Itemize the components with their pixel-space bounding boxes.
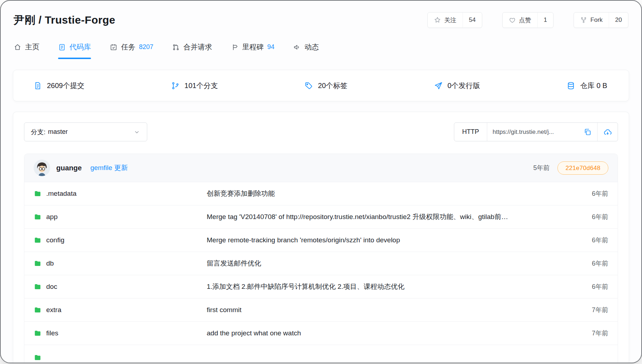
file-row[interactable]: config Merge remote-tracking branch 'rem… [24,228,618,252]
protocol-selector[interactable]: HTTP [454,123,487,141]
folder-icon [34,354,42,361]
tab-home[interactable]: 主页 [14,42,39,59]
commits-icon [33,81,42,90]
file-name-cell[interactable]: doc [34,283,207,291]
commit-message-link[interactable]: gemfile 更新 [90,163,128,173]
fork-button[interactable]: Fork 20 [574,12,628,28]
file-commit-message[interactable]: first commit [207,306,581,314]
stat-branches[interactable]: 101个分支 [171,81,218,91]
watch-count[interactable]: 54 [463,13,482,28]
file-commit-message[interactable]: Merge remote-tracking branch 'remotes/or… [207,236,581,244]
stat-branches-label: 101个分支 [185,81,218,91]
folder-icon [34,283,42,291]
download-button[interactable] [598,123,618,141]
clone-url-input[interactable] [487,123,578,141]
folder-icon [34,329,42,337]
milestone-icon [231,43,239,51]
branch-value: master [48,128,68,136]
file-row[interactable]: db 留言发送邮件优化 6年前 [24,252,618,275]
activity-icon [293,43,301,51]
fork-icon [580,16,587,24]
tag-icon [304,81,313,90]
file-row[interactable]: extra first commit 7年前 [24,298,618,321]
file-name-cell[interactable]: .metadata [34,190,207,198]
file-commit-time: 7年前 [581,306,608,314]
file-commit-time: 6年前 [581,236,608,244]
file-row[interactable]: .metadata 创新竞赛添加删除功能 6年前 [24,182,618,205]
watch-label-wrap: 关注 [428,13,463,28]
praise-count[interactable]: 1 [537,13,553,28]
repo-header: 尹刚 / Trustie-Forge 关注 54 点赞 1 Fork [1,1,641,28]
release-icon [434,81,443,90]
file-commit-time: 6年前 [581,282,608,291]
copy-url-button[interactable] [578,123,598,141]
file-row-partial[interactable] [24,345,618,363]
file-row[interactable]: files add the project what one watch 7年前 [24,321,618,345]
tab-issues[interactable]: 任务 8207 [110,42,153,59]
repo-stats-bar: 2609个提交 101个分支 20个标签 0个发行版 仓库 0 B [13,70,629,101]
fork-label: Fork [590,16,603,24]
file-row[interactable]: doc 1.添加文档 2.邮件中缺陷序号计算机制优化 2.项目、课程动态优化 6… [24,275,618,298]
task-icon [110,43,118,51]
file-name[interactable]: config [46,236,64,244]
file-commit-time: 7年前 [581,329,608,338]
branch-icon [171,81,180,90]
file-name[interactable]: .metadata [46,190,77,198]
praise-button[interactable]: 点赞 1 [502,12,554,28]
stat-commits[interactable]: 2609个提交 [33,81,85,91]
branch-selector[interactable]: 分支: master [24,122,147,141]
praise-label-wrap: 点赞 [503,13,537,28]
stat-tags[interactable]: 20个标签 [304,81,347,91]
repository-icon [58,43,66,51]
tab-milestones-label: 里程碑 [242,42,264,52]
commit-author[interactable]: guange [56,164,82,172]
avatar[interactable] [34,160,50,176]
repo-title: 尹刚 / Trustie-Forge [14,13,115,28]
file-commit-message[interactable]: Merge tag 'V20140708' of http://reposito… [207,212,581,222]
code-toolbar: 分支: master HTTP [13,112,629,154]
stat-releases[interactable]: 0个发行版 [434,81,480,91]
file-commit-time: 6年前 [581,189,608,198]
copy-icon [583,128,592,136]
tab-milestones[interactable]: 里程碑 94 [231,42,274,59]
database-icon [566,81,575,90]
file-name-cell[interactable]: db [34,259,207,267]
chevron-down-icon [133,128,140,136]
merge-request-icon [172,43,180,51]
folder-icon [34,259,42,267]
watch-label: 关注 [444,16,456,24]
commit-sha-badge[interactable]: 221e70d648 [557,161,608,175]
latest-commit-bar: guange gemfile 更新 5年前 221e70d648 [24,154,618,182]
file-commit-message[interactable]: 1.添加文档 2.邮件中缺陷序号计算机制优化 2.项目、课程动态优化 [207,282,581,291]
file-row[interactable]: app Merge tag 'V20140708' of http://repo… [24,205,618,228]
file-name-cell[interactable]: extra [34,306,207,314]
file-name[interactable]: files [46,329,58,337]
watch-button[interactable]: 关注 54 [427,12,482,28]
repo-tabs: 主页 代码库 任务 8207 合并请求 里程碑 94 动态 [1,42,641,59]
tab-activity-label: 动态 [305,42,319,52]
file-commit-time: 6年前 [581,259,608,268]
tab-activity[interactable]: 动态 [293,42,319,59]
file-name[interactable]: extra [46,306,61,314]
tab-pull-requests[interactable]: 合并请求 [172,42,212,59]
file-name-cell[interactable]: files [34,329,207,337]
file-name-cell[interactable]: app [34,213,207,221]
file-name[interactable]: doc [46,283,57,291]
commit-time: 5年前 [533,164,550,172]
file-commit-message[interactable]: 创新竞赛添加删除功能 [207,189,581,198]
file-name[interactable]: db [46,259,54,267]
file-commit-message[interactable]: add the project what one watch [207,329,581,337]
stat-repo-size[interactable]: 仓库 0 B [566,81,607,91]
fork-count[interactable]: 20 [609,13,628,28]
folder-icon [34,236,42,244]
file-commit-message[interactable]: 留言发送邮件优化 [207,259,581,268]
folder-icon [34,190,42,198]
stat-tags-label: 20个标签 [318,81,347,91]
commit-meta: 5年前 221e70d648 [533,161,608,175]
file-name[interactable]: app [46,213,58,221]
stat-releases-label: 0个发行版 [447,81,480,91]
branch-label: 分支: [31,128,45,136]
file-name-cell[interactable]: config [34,236,207,244]
stat-commits-label: 2609个提交 [47,81,85,91]
tab-repository[interactable]: 代码库 [58,42,91,59]
